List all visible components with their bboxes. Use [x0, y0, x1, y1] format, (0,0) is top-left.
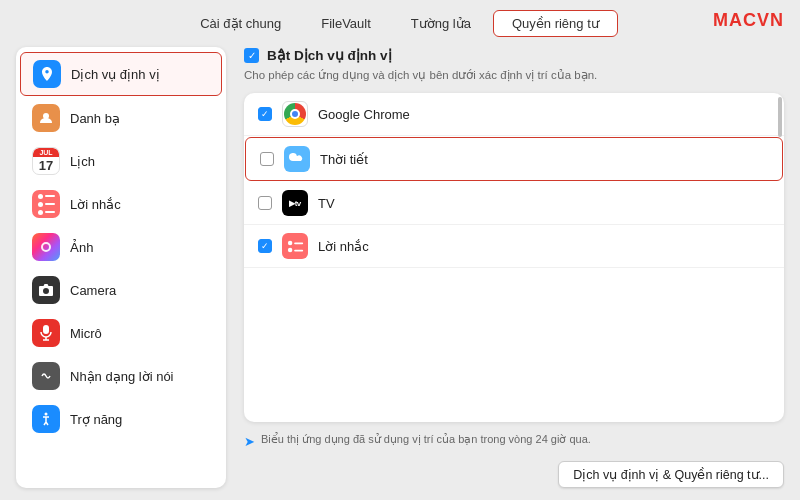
app-row-reminders2: ✓ Lời nhắc — [244, 225, 784, 268]
app-row-tv: ▶tv TV — [244, 182, 784, 225]
accessibility-icon — [32, 405, 60, 433]
reminders-icon — [32, 190, 60, 218]
main-content: Dịch vụ định vị Danh bạ JUL 17 Lịch — [0, 37, 800, 500]
sidebar-label-calendar: Lịch — [70, 154, 95, 169]
sidebar-label-location: Dịch vụ định vị — [71, 67, 160, 82]
bottom-note-text: Biểu thị ứng dụng đã sử dụng vị trí của … — [261, 432, 591, 447]
tv-icon: ▶tv — [282, 190, 308, 216]
camera-icon — [32, 276, 60, 304]
sidebar-label-micro: Micrô — [70, 326, 102, 341]
micro-icon — [32, 319, 60, 347]
tv-checkbox[interactable] — [258, 196, 272, 210]
tab-firewall[interactable]: Tường lửa — [393, 11, 489, 36]
enable-location-desc: Cho phép các ứng dụng và dịch vụ bên dướ… — [244, 67, 784, 83]
enable-location-row: ✓ Bật Dịch vụ định vị — [244, 47, 784, 63]
tv-name: TV — [318, 196, 335, 211]
chrome-name: Google Chrome — [318, 107, 410, 122]
sidebar: Dịch vụ định vị Danh bạ JUL 17 Lịch — [16, 47, 226, 488]
sidebar-item-accessibility[interactable]: Trợ năng — [20, 398, 222, 440]
svg-rect-1 — [43, 325, 49, 334]
sidebar-label-camera: Camera — [70, 283, 116, 298]
sidebar-label-accessibility: Trợ năng — [70, 412, 122, 427]
location-used-icon: ➤ — [244, 433, 255, 451]
right-panel: ✓ Bật Dịch vụ định vị Cho phép các ứng d… — [226, 47, 784, 488]
sidebar-label-reminders: Lời nhắc — [70, 197, 121, 212]
chrome-checkbox[interactable]: ✓ — [258, 107, 272, 121]
tab-privacy[interactable]: Quyền riêng tư — [493, 10, 618, 37]
location-icon — [33, 60, 61, 88]
sidebar-item-reminders[interactable]: Lời nhắc — [20, 183, 222, 225]
sidebar-item-photos[interactable]: Ảnh — [20, 226, 222, 268]
app-row-chrome: ✓ Google Chrome — [244, 93, 784, 136]
sidebar-item-siri[interactable]: Nhận dạng lời nói — [20, 355, 222, 397]
svg-point-4 — [45, 413, 48, 416]
siri-icon — [32, 362, 60, 390]
tab-general[interactable]: Cài đặt chung — [182, 11, 299, 36]
reminders2-icon — [282, 233, 308, 259]
sidebar-item-location[interactable]: Dịch vụ định vị — [20, 52, 222, 96]
sidebar-label-siri: Nhận dạng lời nói — [70, 369, 174, 384]
reminders2-checkbox[interactable]: ✓ — [258, 239, 272, 253]
weather-checkbox[interactable] — [260, 152, 274, 166]
photos-icon — [32, 233, 60, 261]
app-list: ✓ Google Chrome Thời tiết — [244, 93, 784, 422]
scrollbar[interactable] — [778, 93, 782, 422]
bottom-btn-row: Dịch vụ định vị & Quyền riêng tư... — [244, 461, 784, 488]
macvn-logo: MACVN — [713, 10, 784, 31]
sidebar-item-camera[interactable]: Camera — [20, 269, 222, 311]
tab-bar: Cài đặt chung FileVault Tường lửa Quyền … — [0, 0, 800, 37]
enable-location-label: Bật Dịch vụ định vị — [267, 47, 392, 63]
tab-filevault[interactable]: FileVault — [303, 11, 389, 36]
sidebar-item-calendar[interactable]: JUL 17 Lịch — [20, 140, 222, 182]
contacts-icon — [32, 104, 60, 132]
reminders2-name: Lời nhắc — [318, 239, 369, 254]
weather-name: Thời tiết — [320, 152, 368, 167]
sidebar-item-micro[interactable]: Micrô — [20, 312, 222, 354]
calendar-icon: JUL 17 — [32, 147, 60, 175]
app-row-weather: Thời tiết — [245, 137, 783, 181]
sidebar-item-contacts[interactable]: Danh bạ — [20, 97, 222, 139]
sidebar-label-contacts: Danh bạ — [70, 111, 120, 126]
chrome-icon — [282, 101, 308, 127]
privacy-button[interactable]: Dịch vụ định vị & Quyền riêng tư... — [558, 461, 784, 488]
sidebar-label-photos: Ảnh — [70, 240, 93, 255]
weather-icon — [284, 146, 310, 172]
bottom-note: ➤ Biểu thị ứng dụng đã sử dụng vị trí củ… — [244, 432, 784, 451]
enable-location-checkbox[interactable]: ✓ — [244, 48, 259, 63]
